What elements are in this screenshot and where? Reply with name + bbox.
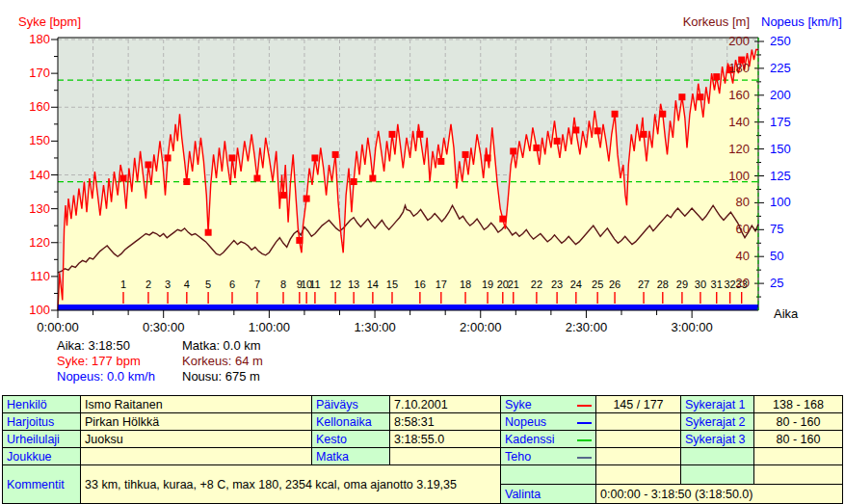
label-sykerajat-1: Sykerajat 1 <box>681 396 754 413</box>
svg-text:100: 100 <box>29 303 50 317</box>
svg-text:28: 28 <box>657 279 669 290</box>
svg-text:6: 6 <box>229 279 235 290</box>
empty-yellow-cell <box>754 465 843 485</box>
cell-sykerajat-3-value[interactable]: 80 - 160 <box>754 431 843 448</box>
svg-text:18: 18 <box>460 279 471 290</box>
status-syke: Syke: 177 bpm <box>57 354 141 368</box>
svg-text:50: 50 <box>770 249 783 263</box>
cell-nopeus-value[interactable] <box>596 413 681 431</box>
cell-kellonaika-value[interactable]: 8:58:31 <box>390 413 501 431</box>
cell-kommentit-value[interactable]: 33 km, tihkua, kuraa, +8 C, max 180, 235… <box>81 465 501 504</box>
nopeus-line-swatch <box>577 422 592 424</box>
kadenssi-line-swatch <box>577 439 592 441</box>
svg-text:180: 180 <box>29 32 50 46</box>
svg-text:19: 19 <box>482 279 493 290</box>
status-nousu: Nousu: 675 m <box>182 369 260 384</box>
cell-sykerajat-2-value[interactable]: 80 - 160 <box>754 413 843 431</box>
syke-line-swatch <box>577 405 592 407</box>
legend-kadenssi-label: Kadenssi <box>505 433 554 446</box>
cell-kadenssi-value[interactable] <box>596 431 681 448</box>
svg-text:150: 150 <box>770 142 791 156</box>
label-kesto: Kesto <box>312 431 390 448</box>
cell-urheilulaji-value[interactable]: Juoksu <box>81 431 312 448</box>
svg-text:80: 80 <box>736 195 750 209</box>
teho-line-swatch <box>577 457 592 459</box>
svg-text:200: 200 <box>728 34 750 48</box>
svg-text:120: 120 <box>728 142 750 156</box>
x-axis-title: Aika <box>774 306 798 321</box>
svg-text:160: 160 <box>728 88 750 102</box>
svg-text:25: 25 <box>770 276 783 290</box>
svg-text:30: 30 <box>695 279 706 290</box>
label-harjoitus: Harjoitus <box>3 413 81 431</box>
svg-text:0:30:00: 0:30:00 <box>143 320 184 334</box>
polar-exercise-view: Syke [bpm] Korkeus [m] Nopeus [km/h] 123… <box>0 0 845 504</box>
svg-text:100: 100 <box>770 195 791 209</box>
empty-green-cell <box>681 448 754 465</box>
status-aika: Aika: 3:18:50 <box>57 338 130 353</box>
legend-teho-label: Teho <box>505 450 531 464</box>
label-joukkue: Joukkue <box>3 448 81 465</box>
svg-text:3: 3 <box>165 279 171 290</box>
cell-valinta-value[interactable]: 0:00:00 - 3:18:50 (3:18:50.0) <box>596 485 843 504</box>
legend-syke: Syke <box>501 396 596 413</box>
label-sykerajat-3: Sykerajat 3 <box>681 431 754 448</box>
exercise-info-table: Henkilö Ismo Raitanen Päiväys 7.10.2001 … <box>2 395 843 504</box>
cell-teho-value[interactable] <box>596 448 681 465</box>
legend-syke-label: Syke <box>505 398 532 411</box>
svg-text:125: 125 <box>770 169 791 183</box>
label-urheilulaji: Urheilulaji <box>3 431 81 448</box>
legend-kadenssi: Kadenssi <box>501 431 596 448</box>
legend-nopeus-label: Nopeus <box>505 415 546 429</box>
svg-text:140: 140 <box>29 168 50 182</box>
svg-text:100: 100 <box>728 169 750 183</box>
status-korkeus: Korkeus: 64 m <box>182 354 263 368</box>
cell-matka-value[interactable] <box>390 448 501 465</box>
cell-harjoitus-value[interactable]: Pirkan Hölkkä <box>81 413 312 431</box>
svg-text:21: 21 <box>508 279 519 290</box>
svg-text:200: 200 <box>770 88 791 102</box>
svg-text:23: 23 <box>551 279 563 290</box>
cell-syke-avg-max[interactable]: 145 / 177 <box>596 396 681 413</box>
exercise-curve-chart[interactable]: 1234567891011121314151617181920212223242… <box>0 0 845 337</box>
svg-text:12: 12 <box>330 279 341 290</box>
svg-text:1:00:00: 1:00:00 <box>249 320 290 334</box>
cell-sykerajat-1-value[interactable]: 138 - 168 <box>754 396 843 413</box>
svg-text:5: 5 <box>205 279 211 290</box>
svg-text:250: 250 <box>770 34 791 48</box>
cell-henkilo-value[interactable]: Ismo Raitanen <box>81 396 312 413</box>
svg-text:3:00:00: 3:00:00 <box>671 320 712 334</box>
svg-text:31: 31 <box>711 279 723 290</box>
status-matka: Matka: 0.0 km <box>182 338 261 353</box>
svg-text:29: 29 <box>676 279 688 290</box>
empty-green-cell <box>681 465 754 485</box>
svg-text:26: 26 <box>609 279 621 290</box>
empty-green-cell <box>501 465 596 485</box>
cell-kesto-value[interactable]: 3:18:55.0 <box>390 431 501 448</box>
svg-text:0:00:00: 0:00:00 <box>37 320 78 334</box>
svg-text:175: 175 <box>770 115 791 129</box>
svg-text:110: 110 <box>30 269 50 283</box>
svg-text:2: 2 <box>145 279 151 290</box>
svg-text:170: 170 <box>29 66 50 80</box>
svg-text:24: 24 <box>570 279 582 290</box>
label-valinta: Valinta <box>501 485 596 504</box>
label-henkilo: Henkilö <box>3 396 81 413</box>
label-sykerajat-2: Sykerajat 2 <box>681 413 754 431</box>
svg-text:60: 60 <box>736 222 750 236</box>
svg-text:160: 160 <box>29 99 50 114</box>
svg-text:150: 150 <box>29 133 50 147</box>
label-kommentit: Kommentit <box>3 465 81 504</box>
label-matka: Matka <box>312 448 390 465</box>
cell-joukkue-value[interactable] <box>81 448 312 465</box>
svg-text:2:00:00: 2:00:00 <box>460 320 501 334</box>
svg-text:180: 180 <box>728 61 750 75</box>
svg-text:16: 16 <box>414 279 426 290</box>
svg-text:75: 75 <box>770 222 783 236</box>
svg-text:40: 40 <box>736 249 750 263</box>
cell-paivays-value[interactable]: 7.10.2001 <box>390 396 501 413</box>
svg-text:17: 17 <box>436 279 447 290</box>
legend-teho: Teho <box>501 448 596 465</box>
svg-text:14: 14 <box>367 279 379 290</box>
empty-yellow-cell <box>754 448 843 465</box>
